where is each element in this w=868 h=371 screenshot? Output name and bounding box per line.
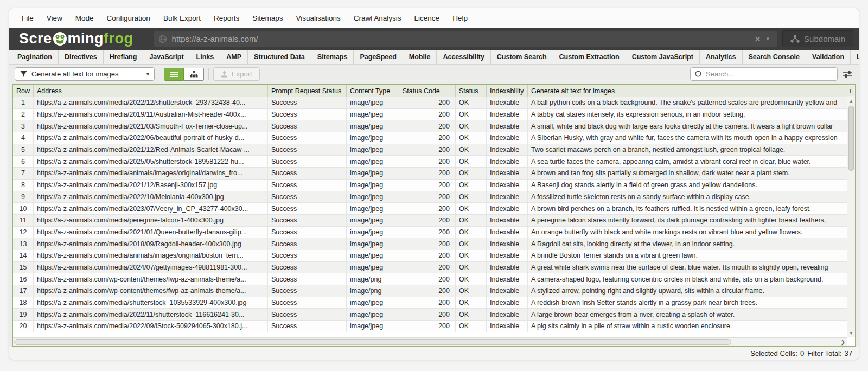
tab[interactable]: Mobile [403,50,437,64]
cell-indexability[interactable]: Indexable [487,285,528,297]
cell-indexability[interactable]: Indexable [487,309,528,320]
cell-prompt-request-status[interactable]: Success [268,273,347,285]
menu-item[interactable]: Crawl Analysis [348,11,407,25]
cell-indexability[interactable]: Indexable [487,109,528,120]
url-input[interactable] [172,34,750,43]
table-row[interactable]: 19 https://a-z-animals.com/media/2022/11… [13,309,847,321]
table-row[interactable]: 12 https://a-z-animals.com/media/2021/01… [13,227,847,239]
cell-alt-text[interactable]: A Ragdoll cat sits, looking directly at … [528,238,847,250]
vertical-scrollbar[interactable]: ▲ ▼ [847,85,855,337]
cell-indexability[interactable]: Indexable [487,273,528,285]
table-row[interactable]: 8 https://a-z-animals.com/media/2021/12/… [13,180,847,191]
tab[interactable]: Accessibility [437,50,490,64]
menu-item[interactable]: Bulk Export [157,11,207,25]
add-column-button[interactable]: + [847,86,854,96]
cell-content-type[interactable]: image/jpeg [347,180,399,191]
cell-indexability[interactable]: Indexable [487,238,528,250]
cell-status-code[interactable]: 200 [399,144,456,156]
search-options-icon[interactable] [843,71,852,78]
cell-row-number[interactable]: 3 [13,120,34,132]
cell-status[interactable]: OK [456,321,487,332]
column-header[interactable]: Address [34,85,268,97]
cell-content-type[interactable]: image/jpeg [347,215,399,226]
cell-status[interactable]: OK [456,191,487,203]
menu-item[interactable]: Help [446,11,474,25]
cell-indexability[interactable]: Indexable [487,203,528,214]
cell-address[interactable]: https://a-z-animals.com/wp-content/theme… [34,285,268,297]
scroll-up-icon[interactable]: ▲ [847,97,855,105]
cell-status[interactable]: OK [456,180,487,191]
cell-status[interactable]: OK [456,120,487,132]
cell-alt-text[interactable]: A reddish-brown Irish Setter stands aler… [528,297,847,309]
cell-status-code[interactable]: 200 [399,156,456,167]
cell-status[interactable]: OK [456,156,487,167]
cell-row-number[interactable]: 7 [13,168,34,179]
cell-content-type[interactable]: image/jpeg [347,144,399,156]
cell-status-code[interactable]: 200 [399,285,456,297]
cell-status-code[interactable]: 200 [399,250,456,261]
cell-prompt-request-status[interactable]: Success [268,97,347,108]
cell-address[interactable]: https://a-z-animals.com/media/2018/09/Ra… [34,238,268,250]
cell-alt-text[interactable]: A Siberian Husky, with gray and white fu… [528,132,847,144]
cell-status-code[interactable]: 200 [399,321,456,332]
cell-prompt-request-status[interactable]: Success [268,144,347,156]
cell-content-type[interactable]: image/jpeg [347,168,399,179]
cell-row-number[interactable]: 8 [13,180,34,191]
cell-prompt-request-status[interactable]: Success [268,168,347,179]
cell-content-type[interactable]: image/jpeg [347,191,399,203]
menu-item[interactable]: Visualisations [290,11,346,25]
cell-status-code[interactable]: 200 [399,297,456,309]
cell-alt-text[interactable]: A tabby cat stares intensely, its expres… [528,109,847,120]
tab[interactable]: Analytics [700,50,743,64]
table-row[interactable]: 3 https://a-z-animals.com/media/2021/03/… [13,120,847,132]
cell-status[interactable]: OK [456,168,487,179]
cell-content-type[interactable]: image/jpeg [347,97,399,108]
tab[interactable]: Custom JavaScript [626,50,700,64]
column-header[interactable]: Row [13,85,34,97]
cell-prompt-request-status[interactable]: Success [268,238,347,250]
cell-status[interactable]: OK [456,144,487,156]
cell-row-number[interactable]: 1 [13,97,34,108]
cell-alt-text[interactable]: A camera-shaped logo, featuring concentr… [528,273,847,285]
cell-alt-text[interactable]: A great white shark swims near the surfa… [528,262,847,273]
cell-prompt-request-status[interactable]: Success [268,132,347,144]
cell-row-number[interactable]: 5 [13,144,34,156]
horizontal-scrollbar[interactable]: ❯ [13,337,847,346]
cell-row-number[interactable]: 18 [13,297,34,309]
cell-address[interactable]: https://a-z-animals.com/media/2019/11/Au… [34,109,268,120]
column-header[interactable]: Content Type [347,85,399,97]
table-row[interactable]: 15 https://a-z-animals.com/media/2024/07… [13,262,847,274]
menu-item[interactable]: Configuration [101,11,156,25]
cell-prompt-request-status[interactable]: Success [268,262,347,273]
tab[interactable]: Custom Search [491,50,553,64]
cell-content-type[interactable]: image/jpeg [347,238,399,250]
cell-prompt-request-status[interactable]: Success [268,215,347,226]
cell-status-code[interactable]: 200 [399,273,456,285]
cell-alt-text[interactable]: A brindle Boston Terrier stands on a vib… [528,250,847,261]
cell-address[interactable]: https://a-z-animals.com/media/2022/06/be… [34,132,268,144]
cell-prompt-request-status[interactable]: Success [268,180,347,191]
cell-prompt-request-status[interactable]: Success [268,297,347,309]
cell-alt-text[interactable]: A stylized arrow, pointing right and sli… [528,285,847,297]
column-header[interactable]: Generate alt text for images [528,85,847,97]
cell-alt-text[interactable]: A pig sits calmly in a pile of straw wit… [528,321,847,332]
cell-indexability[interactable]: Indexable [487,132,528,144]
subdomain-button[interactable]: Subdomain [782,30,853,47]
cell-address[interactable]: https://a-z-animals.com/media/2021/01/Qu… [34,227,268,238]
cell-status-code[interactable]: 200 [399,203,456,214]
cell-prompt-request-status[interactable]: Success [268,309,347,320]
url-dropdown-caret-icon[interactable]: ▾ [765,35,773,42]
cell-content-type[interactable]: image/png [347,285,399,297]
tab[interactable]: AMP [220,50,248,64]
cell-status-code[interactable]: 200 [399,120,456,132]
table-row[interactable]: 7 https://a-z-animals.com/media/animals/… [13,168,847,180]
cell-address[interactable]: https://a-z-animals.com/media/2022/11/sh… [34,309,268,320]
tree-view-button[interactable] [184,68,204,81]
scroll-down-icon[interactable]: ▼ [847,329,855,337]
cell-address[interactable]: https://a-z-animals.com/media/animals/im… [34,168,268,179]
cell-address[interactable]: https://a-z-animals.com/media/2023/07/Ve… [34,203,268,214]
search-input[interactable] [706,70,833,78]
tab[interactable]: PageSpeed [354,50,403,64]
cell-status[interactable]: OK [456,309,487,320]
cell-status-code[interactable]: 200 [399,191,456,203]
